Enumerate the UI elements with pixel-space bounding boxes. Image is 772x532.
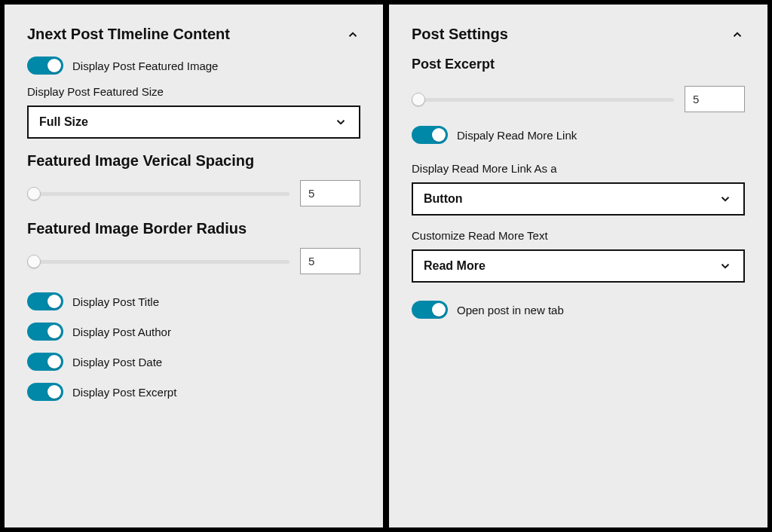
customize-text-value: Read More: [424, 259, 486, 273]
customize-text-select[interactable]: Read More: [412, 249, 745, 283]
display-read-more-toggle[interactable]: [412, 126, 448, 144]
chevron-down-icon: [718, 258, 733, 274]
vertical-spacing-label: Featured Image Verical Spacing: [27, 152, 360, 170]
vertical-spacing-slider[interactable]: [27, 186, 290, 201]
read-more-as-select[interactable]: Button: [412, 182, 745, 216]
vertical-spacing-input[interactable]: [300, 180, 360, 206]
customize-text-label: Customize Read More Text: [412, 229, 745, 242]
panel-title: Jnext Post TImeline Content: [27, 26, 230, 43]
display-post-excerpt-label: Display Post Excerpt: [72, 386, 176, 399]
display-post-author-toggle[interactable]: [27, 323, 63, 341]
display-post-excerpt-toggle[interactable]: [27, 383, 63, 401]
display-featured-image-label: Display Post Featured Image: [72, 60, 218, 72]
border-radius-label: Featured Image Border Radius: [27, 220, 360, 237]
display-featured-image-toggle[interactable]: [27, 57, 63, 75]
display-post-date-label: Display Post Date: [72, 356, 162, 368]
display-post-date-toggle[interactable]: [27, 353, 63, 371]
border-radius-slider[interactable]: [27, 254, 290, 269]
featured-size-value: Full Size: [39, 115, 88, 129]
featured-size-select[interactable]: Full Size: [27, 105, 360, 139]
post-excerpt-slider[interactable]: [412, 92, 674, 107]
post-excerpt-label: Post Excerpt: [412, 57, 745, 72]
display-read-more-label: Dispaly Read More Link: [457, 129, 577, 142]
pane-divider: [383, 5, 389, 527]
chevron-down-icon: [718, 191, 733, 206]
collapse-icon[interactable]: [345, 27, 360, 42]
open-new-tab-toggle[interactable]: [412, 301, 448, 319]
display-post-title-label: Display Post Title: [72, 295, 159, 308]
chevron-down-icon: [333, 115, 348, 130]
border-radius-input[interactable]: [300, 248, 360, 274]
read-more-as-label: Display Read More Link As a: [412, 162, 745, 175]
open-new-tab-label: Open post in new tab: [457, 304, 564, 316]
read-more-as-value: Button: [424, 192, 463, 206]
collapse-icon[interactable]: [730, 27, 745, 42]
post-settings-panel: Post Settings Post Excerpt Dispaly Read …: [389, 5, 767, 527]
timeline-content-panel: Jnext Post TImeline Content Display Post…: [5, 5, 383, 527]
featured-size-label: Display Post Featured Size: [27, 85, 360, 98]
display-post-author-label: Display Post Author: [72, 326, 171, 338]
panel-title: Post Settings: [412, 26, 508, 43]
post-excerpt-input[interactable]: [685, 86, 745, 112]
display-post-title-toggle[interactable]: [27, 292, 63, 310]
